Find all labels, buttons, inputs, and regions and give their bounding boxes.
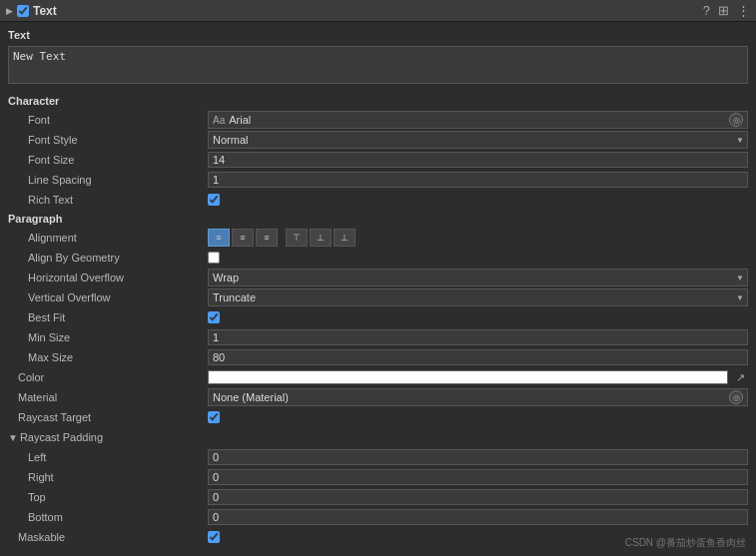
vertical-overflow-label: Vertical Overflow (8, 291, 208, 303)
min-size-input[interactable] (208, 329, 748, 345)
padding-right-label: Right (8, 471, 208, 483)
font-aa-icon: Aa (213, 115, 225, 126)
raycast-padding-label: Raycast Padding (20, 431, 220, 443)
align-by-geometry-row: Align By Geometry (0, 248, 756, 268)
rich-text-label: Rich Text (8, 194, 208, 206)
font-style-dropdown[interactable]: Normal Bold Italic Bold Italic (208, 131, 748, 149)
maskable-checkbox[interactable] (208, 531, 220, 543)
align-right-button[interactable]: ≡ (256, 229, 278, 247)
best-fit-row: Best Fit (0, 307, 756, 327)
font-size-label: Font Size (8, 154, 208, 166)
paragraph-section-label: Paragraph (0, 210, 756, 228)
padding-top-label: Top (8, 491, 208, 503)
best-fit-checkbox[interactable] (208, 311, 220, 323)
panel-header: ▶ Text ? ⊞ ⋮ (0, 0, 756, 22)
padding-bottom-input[interactable] (208, 509, 748, 525)
menu-icon[interactable]: ⋮ (737, 3, 750, 18)
alignment-buttons: ≡ ≡ ≡ ⊤ ⊥ ⊥ (208, 229, 748, 247)
component-title: Text (33, 4, 699, 18)
padding-bottom-label: Bottom (8, 511, 208, 523)
text-input[interactable] (8, 46, 748, 84)
align-by-geometry-checkbox[interactable] (208, 252, 220, 264)
header-icons: ? ⊞ ⋮ (703, 3, 750, 18)
material-name-value: None (Material) (213, 391, 725, 403)
padding-left-input[interactable] (208, 449, 748, 465)
component-enabled-checkbox[interactable] (17, 5, 29, 17)
font-style-label: Font Style (8, 134, 208, 146)
preset-icon[interactable]: ⊞ (718, 3, 729, 18)
max-size-input[interactable] (208, 349, 748, 365)
line-spacing-label: Line Spacing (8, 174, 208, 186)
vertical-overflow-row: Vertical Overflow Truncate Overflow ▼ (0, 287, 756, 307)
watermark: CSDN @番茄炒蛋鱼香肉丝 (625, 536, 746, 550)
horizontal-overflow-label: Horizontal Overflow (8, 272, 208, 283)
raycast-target-label: Raycast Target (8, 411, 208, 423)
font-size-row: Font Size (0, 150, 756, 170)
rich-text-checkbox[interactable] (208, 194, 220, 206)
min-size-row: Min Size (0, 327, 756, 347)
padding-left-label: Left (8, 451, 208, 463)
align-bottom-button[interactable]: ⊥ (334, 229, 356, 247)
help-icon[interactable]: ? (703, 3, 710, 18)
color-row: Color ↗ (0, 367, 756, 387)
max-size-row: Max Size (0, 347, 756, 367)
font-value-wrapper[interactable]: Aa Arial ◎ (208, 111, 748, 129)
font-row: Font Aa Arial ◎ (0, 110, 756, 130)
alignment-label: Alignment (8, 232, 208, 244)
align-top-button[interactable]: ⊤ (286, 229, 308, 247)
font-picker-button[interactable]: ◎ (729, 113, 743, 127)
align-by-geometry-label: Align By Geometry (8, 252, 208, 264)
material-picker-button[interactable]: ◎ (729, 390, 743, 404)
character-section-label: Character (0, 92, 756, 110)
font-style-row: Font Style Normal Bold Italic Bold Itali… (0, 130, 756, 150)
font-size-input[interactable] (208, 152, 748, 168)
raycast-padding-arrow[interactable]: ▼ (8, 432, 18, 443)
horizontal-overflow-dropdown[interactable]: Wrap Overflow (208, 269, 748, 286)
padding-bottom-row: Bottom (0, 507, 756, 527)
eyedropper-icon[interactable]: ↗ (732, 369, 748, 385)
horizontal-overflow-dropdown-wrapper: Wrap Overflow ▼ (208, 269, 748, 286)
font-style-dropdown-wrapper: Normal Bold Italic Bold Italic ▼ (208, 131, 748, 149)
panel-content: Text Character Font Aa Arial ◎ Font Styl… (0, 22, 756, 556)
padding-top-row: Top (0, 487, 756, 507)
material-row: Material None (Material) ◎ (0, 387, 756, 407)
material-value-wrapper[interactable]: None (Material) ◎ (208, 388, 748, 406)
raycast-padding-row: ▼ Raycast Padding (0, 427, 756, 447)
padding-right-input[interactable] (208, 469, 748, 485)
padding-top-input[interactable] (208, 489, 748, 505)
padding-right-row: Right (0, 467, 756, 487)
raycast-target-checkbox[interactable] (208, 411, 220, 423)
best-fit-label: Best Fit (8, 311, 208, 323)
max-size-label: Max Size (8, 351, 208, 363)
maskable-label: Maskable (8, 531, 208, 543)
rich-text-row: Rich Text (0, 190, 756, 210)
align-center-button[interactable]: ≡ (232, 229, 254, 247)
color-label: Color (8, 371, 208, 383)
line-spacing-row: Line Spacing (0, 170, 756, 190)
align-left-button[interactable]: ≡ (208, 229, 230, 247)
font-name-value: Arial (229, 114, 725, 126)
color-swatch-wrapper: ↗ (208, 369, 748, 385)
color-bar[interactable] (208, 370, 728, 384)
collapse-arrow[interactable]: ▶ (6, 6, 13, 16)
text-section-label: Text (0, 26, 756, 44)
line-spacing-input[interactable] (208, 172, 748, 188)
raycast-target-row: Raycast Target (0, 407, 756, 427)
min-size-label: Min Size (8, 331, 208, 343)
material-label: Material (8, 391, 208, 403)
alignment-row: Alignment ≡ ≡ ≡ ⊤ ⊥ ⊥ (0, 228, 756, 248)
vertical-overflow-dropdown-wrapper: Truncate Overflow ▼ (208, 288, 748, 306)
font-label: Font (8, 114, 208, 126)
vertical-overflow-dropdown[interactable]: Truncate Overflow (208, 288, 748, 306)
align-middle-button[interactable]: ⊥ (310, 229, 332, 247)
text-area-row (0, 44, 756, 92)
padding-left-row: Left (0, 447, 756, 467)
horizontal-overflow-row: Horizontal Overflow Wrap Overflow ▼ (0, 268, 756, 287)
